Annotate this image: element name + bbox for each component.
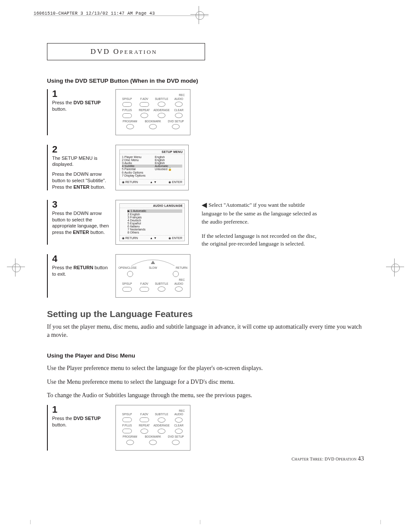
btn-fadv: F.ADV (136, 98, 153, 101)
step-b1-t2: button. (52, 422, 67, 427)
step-b1-bold: DVD SETUP (74, 416, 101, 421)
step-3-t2: button. (89, 230, 105, 235)
step-b1: 1 Press the DVD SETUP button. REC SP/SLP… (47, 405, 364, 451)
step-1-t1: Press the (52, 100, 74, 105)
body-4: To change the Audio or Subtitles languag… (47, 391, 364, 400)
registration-mark-left (7, 258, 25, 277)
page-footer: CHAPTER THREE: DVD OPERATION 43 (292, 455, 364, 462)
step-1-bold: DVD SETUP (74, 100, 101, 105)
step-2: 2 The SETUP MENU is displayed. Press the… (47, 145, 364, 190)
b-bookmark: BOOKMARK (141, 436, 164, 439)
btn-openclose: OPEN/CLOSE (118, 267, 141, 270)
body-3: Use the Menu preference menu to select t… (47, 378, 364, 386)
btn-bookmark: BOOKMARK (141, 120, 164, 123)
btn-return: RETURN (165, 267, 187, 270)
section-title-b: PERATION (120, 49, 157, 55)
svg-marker-0 (151, 261, 155, 264)
header-rule (34, 16, 209, 16)
step-b1-num: 1 (52, 405, 110, 414)
step-b1-text: 1 Press the DVD SETUP button. (52, 405, 110, 451)
audio-menu-row: 4 Deutsch (128, 219, 182, 222)
step-4-t1: Press the (52, 265, 74, 270)
step-3-text: 3 Press the DOWN arrow button to select … (52, 200, 110, 245)
footer-f: PERATION (339, 457, 357, 461)
btn-pplus: P.PLUS (118, 109, 136, 112)
setup-menu-row: 4 SubtitleAutomatic (122, 165, 182, 168)
setup-menu-row: 6 Audio Options (122, 171, 182, 174)
audio-menu-screen: AUDIO LANGUAGE ▶ 1 Automatic 2 English 3… (119, 203, 185, 241)
setup-menu-row: 7 Display Options (122, 174, 182, 177)
remote-rec: REC (179, 94, 187, 97)
step-2-text: 2 The SETUP MENU is displayed. Press the… (52, 145, 110, 190)
btn-subtitle: SUBTITLE (153, 98, 170, 101)
audio-menu-row: 7 Nederlands (128, 228, 182, 231)
audio-menu-row: 3 Français (128, 216, 182, 219)
footer-e: : DVD O (322, 457, 339, 461)
audio-return: RETURN (125, 236, 138, 240)
page-content: DVD OPERATION Using the DVD SETUP Button… (47, 43, 364, 460)
btn-rec2: REC (179, 279, 187, 282)
remote-rec-b: REC (179, 410, 187, 413)
step-3-figure: AUDIO LANGUAGE ▶ 1 Automatic 2 English 3… (115, 200, 189, 245)
step-4: 4 Press the RETURN button to exit. OPEN/… (47, 254, 364, 298)
btn2-spslp: SP/SLP (118, 283, 136, 286)
setup-return: RETURN (125, 180, 138, 184)
step-1-text: 1 Press the DVD SETUP button. (52, 89, 110, 135)
step-4-num: 4 (52, 254, 110, 264)
btn2-subtitle: SUBTITLE (153, 283, 170, 286)
step-2-t1: The SETUP MENU is displayed. (52, 155, 110, 168)
btn2-audio: AUDIO (170, 283, 187, 286)
b-spslp: SP/SLP (118, 413, 136, 416)
audio-menu-row: 6 Italiano (128, 225, 182, 228)
setup-menu-title: SETUP MENU (120, 150, 184, 154)
step-2-figure: SETUP MENU 1 Player MenuEnglish2 Disc Me… (115, 145, 189, 190)
page-number: 43 (358, 455, 364, 462)
setup-menu-row: 2 Disc MenuEnglish (122, 159, 182, 162)
subhead-dvd-setup: Using the DVD SETUP Button (When in the … (47, 78, 364, 84)
step-3-num: 3 (52, 200, 110, 209)
btn-program: PROGRAM (118, 120, 141, 123)
pointer-icon: ◀ (202, 201, 207, 208)
footer-a: C (292, 457, 295, 461)
audio-arrows: ▲ ▼ (150, 236, 157, 240)
b-repeat: REPEAT (136, 424, 153, 427)
audio-menu-row: ▶ 1 Automatic (128, 209, 182, 213)
btn-adderase: ADD/ERASE (153, 109, 170, 112)
step-3-bold: ENTER (73, 230, 89, 235)
step-2-num: 2 (52, 145, 110, 154)
b-adderase: ADD/ERASE (153, 424, 170, 427)
setup-menu-row: 5 ParentalUnlocked 🔓 (122, 168, 182, 171)
audio-enter: ENTER (172, 236, 182, 240)
body-1: If you set the player menu, disc menu, a… (47, 323, 364, 339)
footer-b: HAPTER (295, 457, 309, 461)
crop-tick (30, 520, 31, 524)
step-b1-t1: Press the (52, 416, 74, 421)
b-clear: CLEAR (170, 424, 187, 427)
registration-mark-top (190, 6, 209, 24)
setup-enter: ENTER (172, 180, 182, 184)
b-audio: AUDIO (170, 413, 187, 416)
subhead-player-disc: Using the Player and Disc Menu (47, 352, 364, 359)
btn-slow: SLOW (141, 267, 164, 270)
body-2: Use the Player preference menu to select… (47, 364, 364, 373)
step-1: 1 Press the DVD SETUP button. REC SP/SLP… (47, 89, 364, 135)
registration-mark-right (386, 258, 404, 277)
h2-language-features: Setting up the Language Features (47, 309, 364, 319)
step-1-t2: button. (52, 106, 67, 112)
crop-tick (200, 520, 200, 524)
audio-menu-row: 5 Español (128, 222, 182, 225)
step-b1-figure: REC SP/SLP F.ADV SUBTITLE AUDIO P.PLUS R… (115, 405, 190, 451)
step-2-bold: ENTER (74, 184, 90, 190)
b-program: PROGRAM (118, 436, 141, 439)
footer-d: HREE (313, 457, 322, 461)
crop-tick (380, 520, 381, 524)
aside-p2: If the selected language is not recorded… (202, 232, 322, 249)
btn-repeat: REPEAT (136, 109, 153, 112)
section-title-box: DVD OPERATION (47, 43, 205, 60)
b-dvdsetup: DVD SETUP (165, 436, 187, 439)
step-1-figure: REC SP/SLP F.ADV SUBTITLE AUDIO P.PLUS R… (115, 89, 190, 135)
aside-note: ◀Select "Automatic" if you want the subt… (202, 200, 322, 255)
section-title-a: DVD O (90, 47, 120, 56)
btn-spslp: SP/SLP (118, 98, 136, 101)
footer-c: T (309, 457, 313, 461)
